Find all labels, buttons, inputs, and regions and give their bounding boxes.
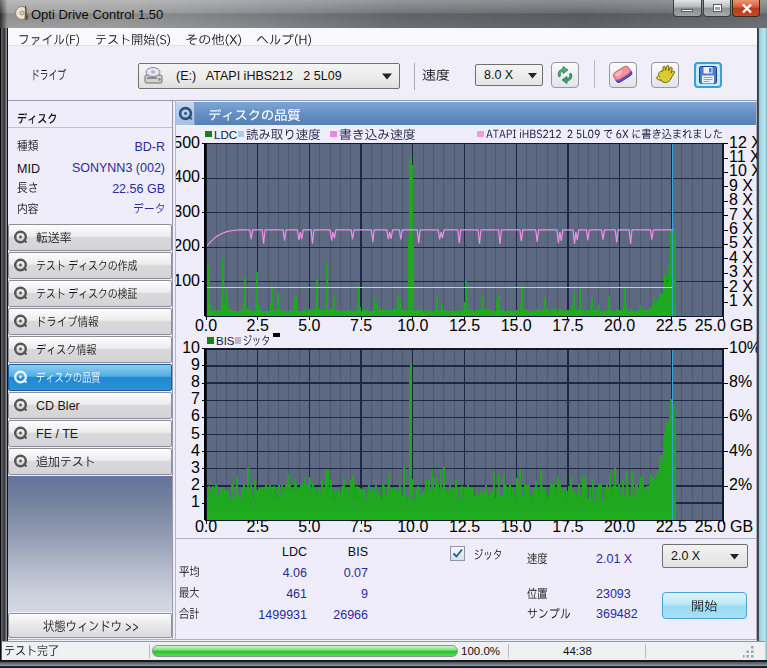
svg-text:17.5: 17.5 [552, 317, 583, 334]
svg-text:8%: 8% [729, 373, 752, 390]
svg-text:2%: 2% [729, 476, 752, 493]
svg-text:10%: 10% [729, 339, 757, 356]
svg-text:10.0: 10.0 [397, 518, 428, 535]
svg-text:100: 100 [176, 272, 200, 289]
svg-text:3: 3 [191, 459, 200, 476]
svg-text:5: 5 [191, 425, 200, 442]
svg-text:300: 300 [176, 203, 200, 220]
svg-text:10.0: 10.0 [397, 317, 428, 334]
svg-text:1: 1 [191, 493, 200, 510]
svg-text:10: 10 [182, 339, 200, 356]
svg-text:15.0: 15.0 [501, 518, 532, 535]
svg-text:2: 2 [191, 476, 200, 493]
svg-text:25.0: 25.0 [695, 317, 726, 334]
svg-text:GB: GB [730, 518, 753, 535]
svg-text:GB: GB [730, 317, 753, 334]
svg-text:12.5: 12.5 [449, 317, 480, 334]
svg-text:17.5: 17.5 [552, 518, 583, 535]
svg-text:12.5: 12.5 [449, 518, 480, 535]
svg-text:5.0: 5.0 [298, 518, 320, 535]
svg-text:12 X: 12 X [729, 134, 757, 151]
svg-text:9: 9 [191, 356, 200, 373]
svg-text:6%: 6% [729, 407, 752, 424]
svg-text:400: 400 [176, 168, 200, 185]
svg-text:7.5: 7.5 [350, 317, 372, 334]
svg-text:22.5: 22.5 [656, 317, 687, 334]
svg-text:15.0: 15.0 [501, 317, 532, 334]
svg-text:2.5: 2.5 [247, 518, 269, 535]
svg-text:8: 8 [191, 373, 200, 390]
svg-text:4%: 4% [729, 442, 752, 459]
svg-text:20.0: 20.0 [604, 317, 635, 334]
svg-text:500: 500 [176, 134, 200, 151]
svg-text:0.0: 0.0 [195, 518, 217, 535]
svg-text:20.0: 20.0 [604, 518, 635, 535]
svg-text:5.0: 5.0 [298, 317, 320, 334]
svg-text:25.0: 25.0 [695, 518, 726, 535]
svg-text:7: 7 [191, 390, 200, 407]
svg-text:6: 6 [191, 407, 200, 424]
svg-text:7.5: 7.5 [350, 518, 372, 535]
svg-text:200: 200 [176, 237, 200, 254]
svg-text:2.5: 2.5 [247, 317, 269, 334]
svg-text:22.5: 22.5 [656, 518, 687, 535]
svg-text:4: 4 [191, 442, 200, 459]
svg-text:0.0: 0.0 [195, 317, 217, 334]
